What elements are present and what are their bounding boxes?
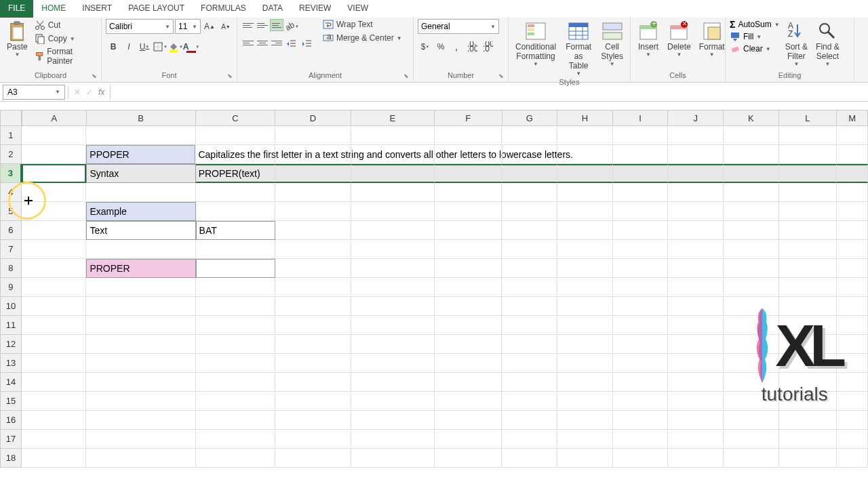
column-header[interactable]: I <box>613 110 669 126</box>
cell[interactable] <box>724 240 779 259</box>
cell[interactable] <box>779 126 837 145</box>
cell[interactable] <box>557 164 613 183</box>
row-header[interactable]: 13 <box>0 354 22 373</box>
cell[interactable] <box>668 392 724 411</box>
cell[interactable] <box>275 259 351 278</box>
cell[interactable] <box>502 145 558 164</box>
autosum-button[interactable]: ΣAutoSum▼ <box>730 19 780 30</box>
cell[interactable] <box>613 145 669 164</box>
cell[interactable] <box>196 430 275 449</box>
cell[interactable] <box>351 411 435 430</box>
cell[interactable] <box>502 392 557 411</box>
cell[interactable] <box>613 164 669 183</box>
cell[interactable] <box>779 449 837 468</box>
cell[interactable] <box>613 430 669 449</box>
cell[interactable]: PPOPER <box>86 145 195 164</box>
cell[interactable] <box>837 259 868 278</box>
row-header[interactable]: 18 <box>0 449 22 468</box>
cell[interactable] <box>613 221 669 240</box>
cell[interactable] <box>668 221 724 240</box>
cell[interactable] <box>837 202 868 221</box>
cell[interactable] <box>724 164 779 183</box>
cell[interactable] <box>275 430 351 449</box>
cell[interactable] <box>502 259 557 278</box>
formula-input[interactable] <box>110 85 868 100</box>
cell[interactable] <box>196 411 275 430</box>
cell[interactable] <box>86 297 195 316</box>
cell[interactable] <box>435 259 502 278</box>
cell[interactable] <box>22 392 87 411</box>
tab-home[interactable]: HOME <box>33 0 74 18</box>
cell[interactable] <box>724 430 779 449</box>
decrease-indent-button[interactable] <box>284 37 299 52</box>
cut-button[interactable]: Cut <box>33 19 97 31</box>
cell[interactable] <box>668 145 724 164</box>
align-right-button[interactable] <box>270 37 283 49</box>
cell[interactable] <box>435 316 502 335</box>
cell[interactable] <box>196 259 275 278</box>
cell[interactable] <box>668 411 724 430</box>
cell[interactable] <box>196 335 275 354</box>
cell[interactable] <box>837 278 868 297</box>
cell[interactable] <box>435 221 502 240</box>
accounting-button[interactable]: $▼ <box>418 39 433 54</box>
cell[interactable] <box>613 126 669 145</box>
name-box[interactable]: A3▼ <box>3 85 65 100</box>
cell[interactable] <box>22 259 87 278</box>
insert-cells-button[interactable]: + Insert▼ <box>635 19 662 59</box>
cell[interactable] <box>668 202 724 221</box>
tab-page-layout[interactable]: PAGE LAYOUT <box>120 0 193 18</box>
cell[interactable]: Text <box>86 221 195 240</box>
cell[interactable] <box>351 430 435 449</box>
font-name-select[interactable]: Calibri▼ <box>106 19 174 34</box>
cell[interactable] <box>837 354 868 373</box>
align-bottom-button[interactable] <box>270 19 283 31</box>
cell[interactable] <box>196 354 275 373</box>
cell[interactable] <box>668 449 724 468</box>
cell[interactable] <box>613 202 669 221</box>
cell[interactable] <box>86 278 195 297</box>
cell[interactable] <box>837 449 868 468</box>
tab-data[interactable]: DATA <box>254 0 291 18</box>
cell[interactable] <box>837 297 868 316</box>
dialog-launcher[interactable]: ⬊ <box>227 73 235 81</box>
cell[interactable] <box>613 240 669 259</box>
cell[interactable] <box>502 411 557 430</box>
cell[interactable] <box>351 240 435 259</box>
cell[interactable] <box>351 278 435 297</box>
cell[interactable] <box>86 411 195 430</box>
cell[interactable] <box>351 183 435 202</box>
cell[interactable] <box>613 449 669 468</box>
cell[interactable] <box>557 335 613 354</box>
cell[interactable] <box>196 392 275 411</box>
cell[interactable] <box>613 297 669 316</box>
cell[interactable] <box>779 164 837 183</box>
cell[interactable] <box>275 392 351 411</box>
font-size-select[interactable]: 11▼ <box>175 19 201 34</box>
cell[interactable] <box>557 449 613 468</box>
cell[interactable] <box>557 278 613 297</box>
cell[interactable] <box>668 430 724 449</box>
cell[interactable] <box>779 259 837 278</box>
merge-center-button[interactable]: aMerge & Center▼ <box>323 33 402 43</box>
row-header[interactable]: 9 <box>0 278 22 297</box>
cell[interactable] <box>557 221 613 240</box>
align-middle-button[interactable] <box>256 19 269 31</box>
cell[interactable] <box>668 183 724 202</box>
cell[interactable] <box>435 278 502 297</box>
cell[interactable]: Example <box>86 202 195 221</box>
cell[interactable] <box>502 278 557 297</box>
cell[interactable] <box>435 145 502 164</box>
row-header[interactable]: 3 <box>0 164 22 183</box>
delete-cells-button[interactable]: × Delete▼ <box>665 19 694 59</box>
cell[interactable] <box>86 392 195 411</box>
cell[interactable] <box>86 183 195 202</box>
cell[interactable] <box>779 240 837 259</box>
cell[interactable] <box>668 164 724 183</box>
cell-styles-button[interactable]: Cell Styles▼ <box>598 19 626 68</box>
row-header[interactable]: 12 <box>0 335 22 354</box>
cell[interactable] <box>275 183 351 202</box>
cell[interactable] <box>196 297 275 316</box>
row-header[interactable]: 10 <box>0 297 22 316</box>
cell[interactable] <box>779 221 837 240</box>
